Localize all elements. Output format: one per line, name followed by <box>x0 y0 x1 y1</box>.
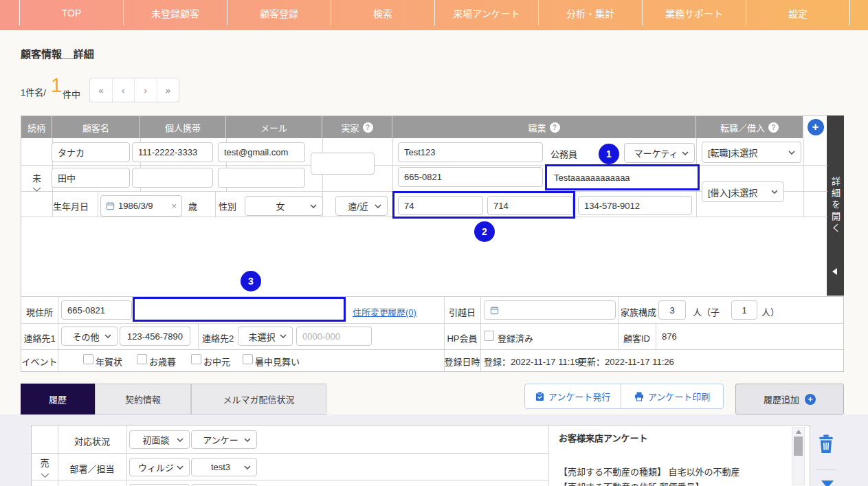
nav-search[interactable]: 検索 <box>331 0 434 25</box>
birthdate-input[interactable]: 1986/3/9 × <box>100 195 182 217</box>
family-count-input[interactable] <box>658 300 686 320</box>
survey-print-button[interactable]: アンケート印刷 <box>621 384 724 409</box>
tab-contract[interactable]: 契約情報 <box>95 384 191 415</box>
survey-line-1: 【売却する不動産の種類】 自宅以外の不動産 <box>559 465 740 478</box>
family-structure-label: 家族構成 <box>621 305 656 318</box>
col-career-label: 転職／借入 <box>720 121 765 134</box>
mobile2-input[interactable] <box>132 168 213 188</box>
tab-history[interactable]: 履歴 <box>21 384 95 415</box>
delete-history-trash-icon[interactable] <box>818 434 834 454</box>
department-label: 部署／担当 <box>58 462 126 475</box>
relation-expand-icon[interactable] <box>32 186 42 192</box>
contact2-type-value: 未選択 <box>244 330 280 343</box>
job-field3-input-highlighted[interactable]: Testaaaaaaaaaaaa <box>545 164 700 190</box>
kana-input[interactable] <box>52 142 130 162</box>
move-date-label: 引越日 <box>444 305 480 318</box>
new-year-card-label: 年賀状 <box>96 355 122 368</box>
nav-customer-registration[interactable]: 顧客登録 <box>227 0 331 25</box>
highlight-box-2 <box>392 191 575 219</box>
clipboard-check-icon <box>535 391 544 401</box>
add-history-button[interactable]: 履歴追加 + <box>735 384 844 415</box>
job-field1-input[interactable] <box>398 142 543 162</box>
chevron-down-icon <box>104 334 111 338</box>
summer-greeting-label: 暑中見舞い <box>255 355 300 368</box>
job-phone-input[interactable] <box>578 196 692 215</box>
contact2-type-select[interactable]: 未選択 <box>238 327 293 346</box>
career-select[interactable]: [転職]未選択 <box>702 142 801 163</box>
summer-greeting-checkbox[interactable] <box>243 354 253 364</box>
contact1-number-input[interactable] <box>120 327 190 346</box>
gender-select[interactable]: 女 <box>245 196 323 216</box>
email2-input[interactable] <box>218 168 305 188</box>
contact2-number-input[interactable] <box>296 327 372 346</box>
survey-title: お客様来店アンケート <box>559 431 647 444</box>
annotation-marker-1: 1 <box>599 144 619 164</box>
mobile1-input[interactable] <box>132 142 213 162</box>
email1-input[interactable] <box>218 142 305 162</box>
scrollbar-thumb[interactable] <box>794 437 803 456</box>
plus-circle-icon: + <box>805 394 816 405</box>
contact1-type-value: その他 <box>67 330 104 343</box>
chevron-down-icon <box>244 465 251 470</box>
department-select[interactable]: ウィルジ <box>129 458 190 476</box>
contact1-label: 連絡先1 <box>21 331 58 344</box>
child-count-input[interactable] <box>731 300 757 320</box>
collapse-left-icon[interactable] <box>832 268 837 275</box>
help-icon[interactable]: ? <box>550 122 560 133</box>
tab-mailmagazine[interactable]: メルマガ配信状況 <box>191 384 326 415</box>
loan-select-value: [借入]未選択 <box>708 186 771 199</box>
col-job: 職業 ? <box>392 116 696 138</box>
customer-detail-screen: TOP 未登録顧客 顧客登録 検索 来場アンケート 分析・集計 業務サポート 設… <box>0 0 868 486</box>
address-street-input-highlighted[interactable] <box>133 297 346 322</box>
chevron-down-icon <box>280 334 287 338</box>
survey-issue-button[interactable]: アンケート発行 <box>524 384 621 409</box>
address-zip-input[interactable] <box>61 300 132 320</box>
pager-next-button[interactable]: › <box>135 78 157 102</box>
icon-divider <box>816 470 837 470</box>
status-select-1[interactable]: 初面談 <box>129 430 190 449</box>
address-label: 現住所 <box>21 305 58 318</box>
move-date-input[interactable] <box>484 300 616 320</box>
add-family-member-button[interactable]: + <box>808 119 824 135</box>
nav-visit-survey[interactable]: 来場アンケート <box>434 0 538 25</box>
nav-settings[interactable]: 設定 <box>746 0 850 25</box>
pager-last-button[interactable]: » <box>157 78 179 102</box>
hp-member-checkbox[interactable] <box>484 331 494 341</box>
status-select-2-value: アンケー <box>197 433 244 446</box>
distance-select[interactable]: 遠/近 <box>335 196 388 216</box>
contact1-type-select[interactable]: その他 <box>61 327 118 346</box>
move-down-icon[interactable] <box>821 481 834 486</box>
col-email: メール <box>226 116 322 138</box>
ochugen-checkbox[interactable] <box>191 354 201 364</box>
chevron-down-icon <box>771 190 778 194</box>
col-home: 実家 ? <box>322 116 392 138</box>
help-icon[interactable]: ? <box>768 122 779 133</box>
staff-select[interactable]: test3 <box>191 458 257 476</box>
oseibo-checkbox[interactable] <box>137 354 147 364</box>
contact2-label: 連絡先2 <box>202 331 234 344</box>
nav-unregistered-customers[interactable]: 未登録顧客 <box>123 0 227 25</box>
pager-prev-button[interactable]: ‹ <box>113 78 135 102</box>
nav-analysis[interactable]: 分析・集計 <box>538 0 642 25</box>
nav-top[interactable]: TOP <box>19 0 123 25</box>
job-select[interactable]: マーケティ <box>624 143 695 163</box>
status-select-2[interactable]: アンケー <box>191 430 257 449</box>
help-icon[interactable]: ? <box>363 122 373 133</box>
address-change-link[interactable]: 住所変更 <box>353 305 388 318</box>
col-job-label: 職業 <box>528 121 546 134</box>
address-history-link[interactable]: 履歴(0) <box>388 305 416 318</box>
scroll-up-icon[interactable] <box>796 430 801 434</box>
status-select-1-value: 初面談 <box>135 433 177 446</box>
row-expand-icon[interactable] <box>40 472 50 478</box>
pager-first-button[interactable]: « <box>90 78 113 102</box>
survey-scrollbar[interactable] <box>792 427 805 485</box>
name-input[interactable] <box>52 168 130 188</box>
home-input[interactable] <box>311 153 375 175</box>
clear-date-icon[interactable]: × <box>171 201 177 211</box>
birthdate-label: 生年月日 <box>53 199 89 212</box>
new-year-card-checkbox[interactable] <box>83 354 93 364</box>
loan-select[interactable]: [借入]未選択 <box>702 181 784 202</box>
nav-business-support[interactable]: 業務サポート <box>642 0 746 25</box>
age-suffix-label: 歳 <box>188 199 197 212</box>
job-field2-input[interactable] <box>398 167 543 187</box>
